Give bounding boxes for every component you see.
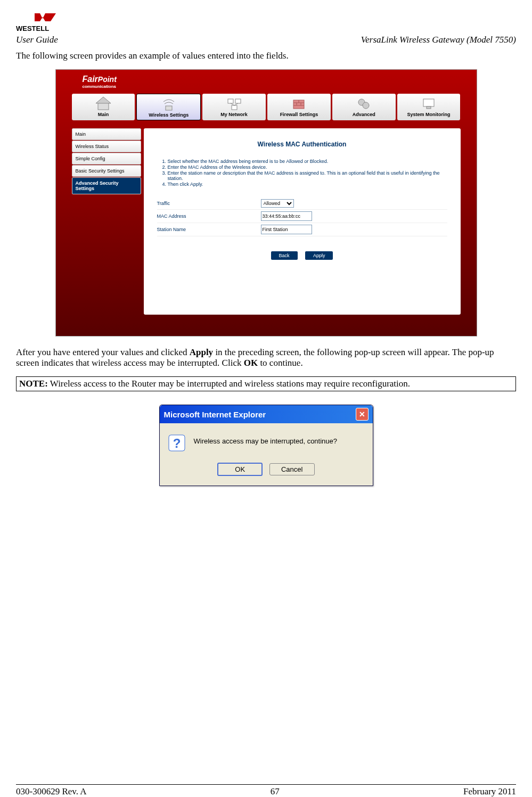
- dialog-title: Microsoft Internet Explorer: [164, 410, 266, 419]
- westell-logo: WESTELL: [16, 11, 516, 32]
- tab-wireless-settings[interactable]: Wireless Settings: [136, 94, 201, 120]
- traffic-select[interactable]: Allowed: [261, 199, 294, 208]
- doc-type: User Guide: [16, 35, 58, 45]
- main-tabs: Main Wireless Settings My Network Firewa…: [56, 94, 477, 126]
- apply-button[interactable]: Apply: [305, 251, 333, 260]
- doc-title: VersaLink Wireless Gateway (Model 7550): [361, 35, 516, 45]
- cancel-button[interactable]: Cancel: [269, 463, 315, 475]
- monitor-icon: [421, 96, 436, 111]
- dialog-titlebar: Microsoft Internet Explorer ✕: [160, 405, 373, 423]
- tab-my-network[interactable]: My Network: [202, 94, 266, 120]
- gear-icon: [356, 96, 371, 111]
- svg-rect-4: [228, 99, 233, 103]
- footer-left: 030-300629 Rev. A: [16, 786, 87, 797]
- router-ui-screenshot: FairPointcommunications Main Wireless Se…: [55, 69, 477, 336]
- tab-label: Wireless Settings: [149, 112, 189, 118]
- mac-label: MAC Address: [157, 213, 261, 219]
- mac-input[interactable]: [261, 211, 312, 221]
- dialog-message: Wireless access may be interrupted, cont…: [194, 434, 338, 445]
- close-icon[interactable]: ✕: [356, 408, 369, 421]
- tab-system-monitoring[interactable]: System Monitoring: [397, 94, 461, 120]
- ie-dialog: Microsoft Internet Explorer ✕ ? Wireless…: [159, 405, 373, 486]
- panel-title: Wireless MAC Authentication: [157, 141, 447, 148]
- instruction-item: Then click Apply.: [168, 182, 447, 187]
- network-icon: [227, 96, 242, 111]
- page-footer: 030-300629 Rev. A 67 February 2011: [16, 784, 516, 797]
- question-icon: ?: [168, 434, 186, 452]
- fairpoint-logo: FairPointcommunications: [83, 75, 117, 89]
- firewall-icon: [291, 96, 306, 111]
- back-button[interactable]: Back: [271, 251, 298, 260]
- tab-firewall-settings[interactable]: Firewall Settings: [267, 94, 331, 120]
- instructions-list: Select whether the MAC address being ent…: [157, 159, 447, 187]
- ok-button[interactable]: OK: [217, 463, 263, 476]
- svg-rect-17: [423, 99, 434, 106]
- station-row: Station Name: [157, 223, 447, 236]
- wireless-icon: [161, 96, 176, 111]
- svg-rect-5: [235, 99, 241, 103]
- sidebar: Main Wireless Status Simple Config Basic…: [72, 128, 141, 315]
- tab-main[interactable]: Main: [72, 94, 135, 120]
- house-icon: [96, 96, 111, 111]
- tab-label: Firewall Settings: [280, 112, 318, 117]
- svg-rect-6: [232, 105, 237, 110]
- sidebar-item-simple-config[interactable]: Simple Config: [72, 153, 141, 165]
- svg-text:WESTELL: WESTELL: [16, 24, 49, 32]
- svg-text:?: ?: [173, 436, 181, 450]
- content-panel: Wireless MAC Authentication Select wheth…: [144, 128, 461, 315]
- instruction-item: Enter the MAC Address of the Wireless de…: [168, 165, 447, 170]
- note-box: NOTE: Wireless access to the Router may …: [16, 376, 516, 391]
- tab-label: Main: [98, 112, 109, 117]
- sidebar-item-advanced-security[interactable]: Advanced Security Settings: [72, 177, 141, 194]
- tab-label: Advanced: [353, 112, 375, 117]
- sidebar-item-basic-security[interactable]: Basic Security Settings: [72, 165, 141, 177]
- svg-line-7: [231, 103, 234, 105]
- tab-label: System Monitoring: [407, 112, 451, 117]
- traffic-label: Traffic: [157, 201, 261, 206]
- station-label: Station Name: [157, 227, 261, 232]
- svg-rect-18: [427, 106, 431, 109]
- svg-line-8: [234, 103, 238, 105]
- mac-row: MAC Address: [157, 210, 447, 223]
- instruction-item: Select whether the MAC address being ent…: [168, 159, 447, 164]
- tab-label: My Network: [220, 112, 248, 117]
- sidebar-item-main[interactable]: Main: [72, 128, 141, 140]
- traffic-row: Traffic Allowed: [157, 198, 447, 210]
- paragraph-2: After you have entered your values and c…: [16, 347, 516, 368]
- svg-rect-3: [166, 106, 172, 110]
- station-input[interactable]: [261, 225, 312, 234]
- sidebar-item-wireless-status[interactable]: Wireless Status: [72, 141, 141, 152]
- instruction-item: Enter the station name or description th…: [168, 170, 447, 181]
- svg-point-16: [363, 102, 369, 109]
- footer-date: February 2011: [463, 786, 516, 797]
- page-number: 67: [271, 786, 280, 797]
- svg-marker-2: [96, 97, 111, 103]
- tab-advanced[interactable]: Advanced: [332, 94, 396, 120]
- intro-text: The following screen provides an example…: [16, 51, 516, 61]
